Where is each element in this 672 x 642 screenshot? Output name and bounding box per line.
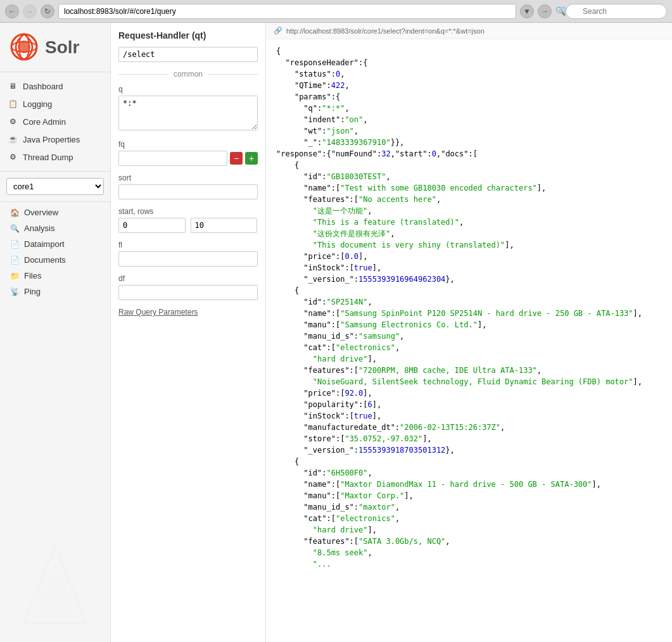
core-nav-overview[interactable]: 🏠 Overview [0, 205, 110, 220]
start-rows-label: start, rows [118, 207, 258, 216]
df-label: df [118, 274, 258, 283]
divider-label: common [174, 70, 203, 79]
dropdown-button[interactable]: ▼ [520, 4, 534, 18]
documents-icon: 📄 [10, 256, 20, 265]
q-group: q *:* [118, 85, 258, 132]
dataimport-icon: 📄 [10, 240, 20, 249]
dashboard-icon: 🖥 [8, 81, 18, 91]
logging-icon: 📋 [8, 99, 18, 109]
sidebar-label-core-admin: Core Admin [23, 117, 66, 127]
fq-add-button[interactable]: + [245, 152, 258, 165]
refresh-button[interactable]: ↻ [41, 4, 54, 18]
raw-params-link[interactable]: Raw Query Parameters [118, 308, 258, 317]
sidebar-item-core-admin[interactable]: ⚙ Core Admin [0, 113, 110, 130]
core-nav-documents[interactable]: 📄 Documents [0, 252, 110, 268]
core-nav-label-analysis: Analysis [24, 223, 54, 233]
watermark [0, 302, 110, 642]
sidebar-item-java-properties[interactable]: ☕ Java Properties [0, 130, 110, 148]
core-nav-analysis[interactable]: 🔍 Analysis [0, 220, 110, 236]
files-icon: 📁 [10, 272, 20, 280]
browser-bar: ← → ↻ ▼ → 🔍 [0, 0, 672, 23]
fq-group: fq − + [118, 140, 258, 166]
df-input[interactable] [118, 285, 258, 300]
divider-common: common [118, 70, 258, 79]
go-button[interactable]: → [538, 4, 552, 18]
core-nav: 🏠 Overview 🔍 Analysis 📄 Dataimport 📄 Doc… [0, 202, 110, 302]
core-nav-label-documents: Documents [24, 255, 66, 265]
app-container: Solr 🖥 Dashboard 📋 Logging ⚙ Core Admin … [0, 23, 672, 642]
fq-input[interactable] [118, 151, 227, 166]
fl-group: fl [118, 241, 258, 267]
search-icon: 🔍 [555, 6, 566, 16]
overview-icon: 🏠 [10, 208, 20, 217]
sidebar-label-logging: Logging [23, 99, 52, 109]
browser-search-input[interactable] [566, 4, 667, 19]
logo-area: Solr [0, 23, 110, 72]
fl-input[interactable] [118, 251, 258, 267]
core-admin-icon: ⚙ [8, 116, 18, 127]
logo-text: Solr [45, 37, 79, 58]
start-rows-inputs [118, 218, 258, 233]
analysis-icon: 🔍 [10, 224, 20, 233]
q-input[interactable]: *:* [118, 96, 258, 130]
fq-remove-button[interactable]: − [230, 152, 243, 165]
solr-logo [10, 33, 39, 61]
ping-icon: 📡 [10, 287, 20, 296]
json-output: { "responseHeader":{ "status":0, "QTime"… [276, 46, 662, 570]
sidebar-label-java-properties: Java Properties [23, 135, 80, 144]
core-nav-dataimport[interactable]: 📄 Dataimport [0, 236, 110, 252]
results-url-text: http://localhost:8983/solr/core1/select?… [286, 27, 485, 35]
panel-title: Request-Handler (qt) [118, 30, 258, 41]
thread-dump-icon: ⚙ [8, 152, 18, 162]
url-icon: 🔗 [274, 27, 282, 35]
results-panel: 🔗 http://localhost:8983/solr/core1/selec… [266, 23, 672, 642]
main-nav: 🖥 Dashboard 📋 Logging ⚙ Core Admin ☕ Jav… [0, 72, 110, 172]
sidebar-item-dashboard[interactable]: 🖥 Dashboard [0, 77, 110, 95]
forward-button[interactable]: → [23, 4, 37, 18]
url-bar[interactable] [58, 4, 516, 19]
sort-input[interactable] [118, 184, 258, 199]
sort-group: sort [118, 173, 258, 199]
svg-marker-5 [33, 563, 77, 614]
start-rows-group: start, rows [118, 207, 258, 233]
fl-label: fl [118, 241, 258, 249]
query-panel: Request-Handler (qt) common q *:* fq − +… [111, 23, 266, 642]
sidebar-label-thread-dump: Thread Dump [23, 153, 73, 162]
fq-label: fq [118, 140, 258, 149]
sidebar: Solr 🖥 Dashboard 📋 Logging ⚙ Core Admin … [0, 23, 111, 642]
sidebar-item-logging[interactable]: 📋 Logging [0, 95, 110, 113]
results-url-bar: 🔗 http://localhost:8983/solr/core1/selec… [266, 23, 672, 39]
rows-input[interactable] [191, 218, 258, 233]
core-nav-label-overview: Overview [24, 208, 58, 217]
q-label: q [118, 85, 258, 94]
core-nav-label-ping: Ping [24, 287, 41, 296]
core-section: core1 [0, 172, 110, 202]
java-properties-icon: ☕ [8, 134, 18, 144]
handler-group: Request-Handler (qt) [118, 30, 258, 62]
sort-label: sort [118, 173, 258, 182]
sidebar-label-dashboard: Dashboard [23, 82, 63, 91]
start-input[interactable] [118, 218, 186, 233]
core-nav-label-dataimport: Dataimport [24, 239, 65, 249]
core-nav-label-files: Files [24, 271, 41, 280]
results-content[interactable]: { "responseHeader":{ "status":0, "QTime"… [266, 39, 672, 642]
handler-input[interactable] [118, 47, 258, 62]
core-nav-files[interactable]: 📁 Files [0, 268, 110, 284]
fq-row: − + [118, 151, 258, 166]
sidebar-item-thread-dump[interactable]: ⚙ Thread Dump [0, 148, 110, 166]
df-group: df [118, 274, 258, 300]
core-selector[interactable]: core1 [6, 178, 104, 195]
back-button[interactable]: ← [5, 4, 19, 18]
core-nav-ping[interactable]: 📡 Ping [0, 284, 110, 299]
